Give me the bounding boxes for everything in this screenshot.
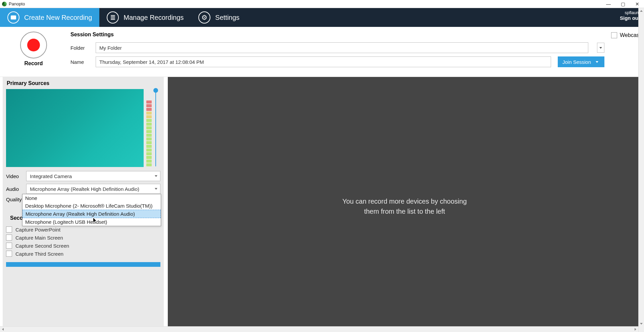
secondary-checkbox[interactable] (6, 235, 12, 241)
scroll-up-icon[interactable] (639, 8, 644, 14)
primary-heading: Primary Sources (3, 77, 164, 89)
titlebar: Panopto — ▢ ✕ (0, 0, 644, 8)
quality-label: Quality (6, 197, 23, 202)
primary-sources-panel: Primary Sources Video Integrated Camera (3, 77, 164, 332)
meter-segment (146, 130, 152, 133)
meter-segment (146, 163, 152, 166)
name-label: Name (70, 59, 89, 65)
session-settings: Record Session Settings Folder My Folder… (0, 27, 644, 77)
progress-bar (6, 262, 160, 267)
webcast-label: Webcast (620, 32, 641, 38)
slider-track (155, 91, 156, 166)
secondary-checkbox[interactable] (6, 243, 12, 249)
secondary-label: Capture Main Screen (15, 235, 63, 241)
meter-segment (146, 156, 152, 159)
webcast-option: Webcast (611, 32, 641, 38)
meter-segment (146, 141, 152, 144)
folder-label: Folder (70, 45, 89, 51)
scroll-down-icon[interactable] (639, 321, 644, 327)
list-icon (107, 11, 119, 24)
meter-segment (146, 119, 152, 122)
tab-create-label: Create New Recording (24, 14, 92, 22)
camera-icon (7, 11, 19, 24)
meter-segment (146, 123, 152, 126)
minimize-button[interactable]: — (606, 1, 611, 7)
join-session-label: Join Session (562, 59, 591, 65)
secondary-label: Capture Third Screen (15, 251, 63, 257)
tab-manage-label: Manage Recordings (123, 14, 184, 22)
audio-value: Microphone Array (Realtek High Definitio… (30, 186, 139, 192)
secondary-item: Capture Third Screen (6, 251, 160, 257)
secondary-label: Capture PowerPoint (15, 227, 60, 233)
audio-option[interactable]: Desktop Microphone (2- Microsoft® LifeCa… (22, 202, 161, 210)
slider-handle[interactable] (153, 88, 158, 93)
meter-segment (146, 126, 152, 129)
scroll-right-icon[interactable] (633, 327, 638, 332)
audio-option[interactable]: None (22, 194, 161, 202)
secondary-preview: You can record more devices by choosing … (168, 77, 641, 332)
username: spflaum (620, 10, 640, 15)
join-session-button[interactable]: Join Session (558, 56, 604, 67)
gear-icon (198, 11, 210, 24)
meter-segment (146, 134, 152, 137)
audio-label: Audio (6, 186, 23, 192)
secondary-checkbox[interactable] (6, 226, 12, 233)
tab-create-recording[interactable]: Create New Recording (0, 8, 99, 27)
tab-manage-recordings[interactable]: Manage Recordings (99, 8, 191, 27)
session-fields: Session Settings Folder My Folder Name J… (70, 32, 604, 71)
folder-field[interactable]: My Folder (96, 42, 588, 53)
preview-row (3, 89, 164, 167)
secondary-checkbox[interactable] (6, 251, 12, 257)
folder-value: My Folder (99, 45, 122, 51)
close-button[interactable]: ✕ (635, 1, 639, 7)
audio-select[interactable]: Microphone Array (Realtek High Definitio… (26, 184, 160, 194)
scroll-left-icon[interactable] (0, 327, 6, 332)
secondary-item: Capture PowerPoint (6, 226, 160, 233)
body: Primary Sources Video Integrated Camera (0, 77, 644, 332)
top-nav: Create New Recording Manage Recordings S… (0, 8, 644, 27)
window-controls: — ▢ ✕ (606, 1, 642, 7)
secondary-label: Capture Second Screen (15, 243, 69, 249)
hint-line2: them from the list to the left (364, 208, 445, 215)
meter-segment (146, 112, 152, 115)
video-preview (6, 89, 144, 167)
audio-meter-wrap (146, 89, 158, 167)
meter-segment (146, 100, 152, 103)
meter-segment (146, 160, 152, 163)
video-select[interactable]: Integrated Camera (26, 171, 160, 181)
maximize-button[interactable]: ▢ (621, 1, 625, 7)
app-logo-icon (2, 2, 7, 6)
audio-option[interactable]: Microphone Array (Realtek High Definitio… (22, 210, 161, 218)
secondary-hint: You can record more devices by choosing … (342, 196, 467, 216)
chevron-down-icon (155, 188, 157, 190)
video-label: Video (6, 173, 23, 179)
webcast-checkbox[interactable] (611, 32, 617, 38)
video-value: Integrated Camera (30, 173, 72, 179)
vertical-scrollbar[interactable] (638, 8, 644, 332)
meter-segment (146, 149, 152, 152)
session-heading: Session Settings (70, 32, 604, 38)
volume-slider[interactable] (154, 89, 158, 167)
folder-dropdown-button[interactable] (597, 43, 604, 53)
secondary-item: Capture Main Screen (6, 235, 160, 241)
audio-dropdown[interactable]: NoneDesktop Microphone (2- Microsoft® Li… (22, 194, 161, 226)
audio-level-meter (146, 89, 152, 167)
tab-settings[interactable]: Settings (191, 8, 247, 27)
meter-segment (146, 104, 152, 107)
record-dot-icon (27, 39, 40, 51)
signout-link[interactable]: Sign out (620, 15, 640, 21)
tab-settings-label: Settings (215, 14, 239, 22)
app-title: Panopto (9, 1, 25, 6)
name-input[interactable] (96, 56, 551, 67)
horizontal-scrollbar[interactable] (0, 326, 638, 332)
meter-segment (146, 145, 152, 148)
audio-option[interactable]: Microphone (Logitech USB Headset) (22, 218, 161, 226)
record-button[interactable] (20, 32, 47, 58)
hint-line1: You can record more devices by choosing (342, 198, 467, 205)
record-label: Record (24, 60, 43, 67)
meter-segment (146, 115, 152, 118)
meter-segment (146, 137, 152, 140)
meter-segment (146, 152, 152, 155)
chevron-down-icon (155, 175, 157, 177)
record-button-wrap: Record (3, 32, 64, 67)
